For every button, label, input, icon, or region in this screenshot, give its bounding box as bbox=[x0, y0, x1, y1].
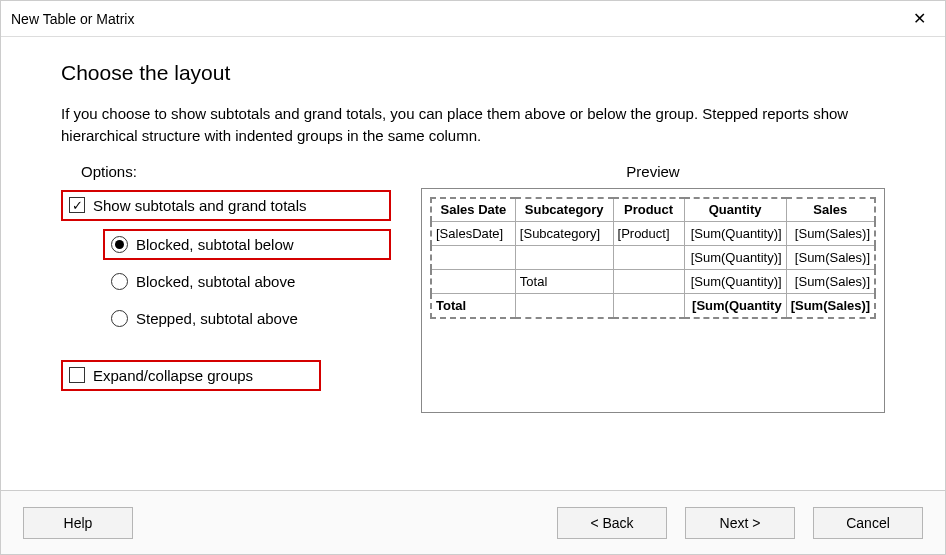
cell: [Product] bbox=[613, 222, 684, 246]
cell: [Sum(Quantity)] bbox=[684, 222, 786, 246]
radio-icon bbox=[111, 310, 128, 327]
radio-stepped-above-label: Stepped, subtotal above bbox=[136, 310, 298, 327]
checkbox-icon: ✓ bbox=[69, 197, 85, 213]
title-bar: New Table or Matrix ✕ bbox=[1, 1, 945, 37]
cell bbox=[613, 294, 684, 318]
footer-bar: Help < Back Next > Cancel bbox=[1, 490, 945, 554]
checkbox-show-totals-label: Show subtotals and grand totals bbox=[93, 197, 306, 214]
cell bbox=[515, 294, 613, 318]
page-header: Choose the layout bbox=[61, 61, 885, 85]
radio-icon bbox=[111, 273, 128, 290]
table-total-row: Total [Sum(Quantity [Sum(Sales)] bbox=[431, 294, 875, 318]
cell: Total bbox=[515, 270, 613, 294]
radio-blocked-above[interactable]: Blocked, subtotal above bbox=[103, 266, 391, 297]
preview-label: Preview bbox=[421, 163, 885, 180]
help-button[interactable]: Help bbox=[23, 507, 133, 539]
checkbox-expand-collapse-label: Expand/collapse groups bbox=[93, 367, 253, 384]
back-button[interactable]: < Back bbox=[557, 507, 667, 539]
cell bbox=[613, 246, 684, 270]
cell: [Sum(Sales)] bbox=[786, 270, 875, 294]
close-icon[interactable]: ✕ bbox=[905, 9, 933, 28]
header-cell: Quantity bbox=[684, 198, 786, 222]
cell: Total bbox=[431, 294, 515, 318]
table-row: Total [Sum(Quantity)] [Sum(Sales)] bbox=[431, 270, 875, 294]
page-description: If you choose to show subtotals and gran… bbox=[61, 103, 885, 147]
radio-blocked-below[interactable]: Blocked, subtotal below bbox=[103, 229, 391, 260]
cell bbox=[431, 246, 515, 270]
next-button[interactable]: Next > bbox=[685, 507, 795, 539]
table-row: [SalesDate] [Subcategory] [Product] [Sum… bbox=[431, 222, 875, 246]
cell: [Sum(Quantity)] bbox=[684, 246, 786, 270]
cell: [Sum(Sales)] bbox=[786, 246, 875, 270]
header-cell: Product bbox=[613, 198, 684, 222]
content-area: Choose the layout If you choose to show … bbox=[1, 37, 945, 423]
cell bbox=[431, 270, 515, 294]
window-title: New Table or Matrix bbox=[11, 11, 134, 27]
table-row: [Sum(Quantity)] [Sum(Sales)] bbox=[431, 246, 875, 270]
cell: [Sum(Sales)] bbox=[786, 294, 875, 318]
cell bbox=[515, 246, 613, 270]
checkbox-expand-collapse[interactable]: Expand/collapse groups bbox=[61, 360, 321, 391]
radio-blocked-above-label: Blocked, subtotal above bbox=[136, 273, 295, 290]
table-header-row: Sales Date Subcategory Product Quantity … bbox=[431, 198, 875, 222]
checkbox-icon bbox=[69, 367, 85, 383]
cell: [Sum(Sales)] bbox=[786, 222, 875, 246]
preview-box: Sales Date Subcategory Product Quantity … bbox=[421, 188, 885, 413]
header-cell: Subcategory bbox=[515, 198, 613, 222]
cell: [Subcategory] bbox=[515, 222, 613, 246]
options-column: Options: ✓ Show subtotals and grand tota… bbox=[61, 163, 391, 413]
preview-table: Sales Date Subcategory Product Quantity … bbox=[430, 197, 876, 319]
cell bbox=[613, 270, 684, 294]
radio-blocked-below-label: Blocked, subtotal below bbox=[136, 236, 294, 253]
cancel-button[interactable]: Cancel bbox=[813, 507, 923, 539]
header-cell: Sales Date bbox=[431, 198, 515, 222]
options-label: Options: bbox=[81, 163, 391, 180]
cell: [Sum(Quantity bbox=[684, 294, 786, 318]
header-cell: Sales bbox=[786, 198, 875, 222]
checkbox-show-totals[interactable]: ✓ Show subtotals and grand totals bbox=[61, 190, 391, 221]
cell: [SalesDate] bbox=[431, 222, 515, 246]
preview-column: Preview Sales Date Subcategory Product Q… bbox=[421, 163, 885, 413]
radio-stepped-above[interactable]: Stepped, subtotal above bbox=[103, 303, 391, 334]
cell: [Sum(Quantity)] bbox=[684, 270, 786, 294]
radio-icon bbox=[111, 236, 128, 253]
